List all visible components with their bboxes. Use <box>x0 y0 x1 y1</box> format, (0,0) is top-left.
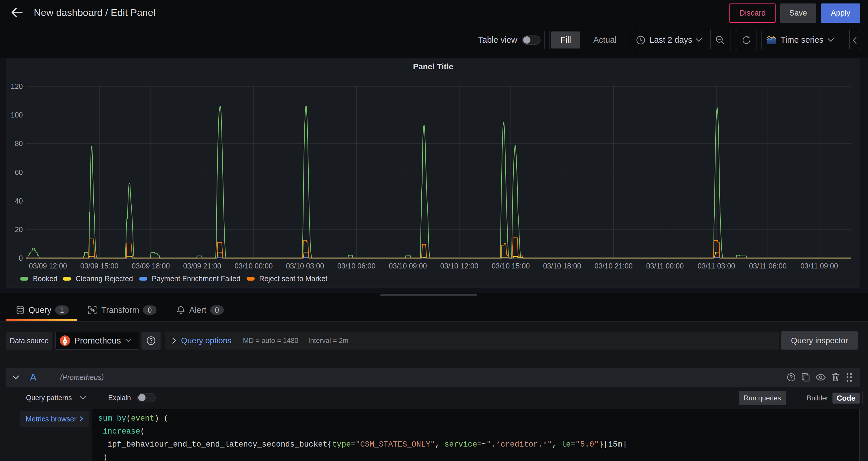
svg-text:03/10 15:00: 03/10 15:00 <box>492 262 530 270</box>
svg-text:03/09 21:00: 03/09 21:00 <box>183 262 221 270</box>
svg-text:40: 40 <box>15 197 23 205</box>
svg-text:0: 0 <box>19 254 23 262</box>
svg-text:03/10 06:00: 03/10 06:00 <box>337 262 375 270</box>
svg-text:20: 20 <box>15 225 23 234</box>
svg-text:03/11 03:00: 03/11 03:00 <box>698 262 735 270</box>
svg-text:120: 120 <box>11 82 23 90</box>
svg-text:03/10 18:00: 03/10 18:00 <box>543 262 581 270</box>
svg-text:03/11 09:00: 03/11 09:00 <box>800 262 838 270</box>
svg-text:03/11 06:00: 03/11 06:00 <box>749 262 786 270</box>
svg-text:03/10 09:00: 03/10 09:00 <box>389 262 427 270</box>
svg-text:03/09 12:00: 03/09 12:00 <box>29 262 67 270</box>
svg-text:60: 60 <box>15 168 23 176</box>
svg-text:03/09 18:00: 03/09 18:00 <box>132 262 170 270</box>
svg-text:03/10 21:00: 03/10 21:00 <box>594 262 633 270</box>
svg-text:03/10 12:00: 03/10 12:00 <box>440 262 478 270</box>
svg-text:03/10 00:00: 03/10 00:00 <box>235 262 273 270</box>
svg-text:03/09 15:00: 03/09 15:00 <box>80 262 118 270</box>
svg-text:100: 100 <box>11 111 23 119</box>
svg-text:03/11 00:00: 03/11 00:00 <box>646 262 684 270</box>
svg-text:03/10 03:00: 03/10 03:00 <box>286 262 324 270</box>
svg-text:80: 80 <box>15 139 23 147</box>
